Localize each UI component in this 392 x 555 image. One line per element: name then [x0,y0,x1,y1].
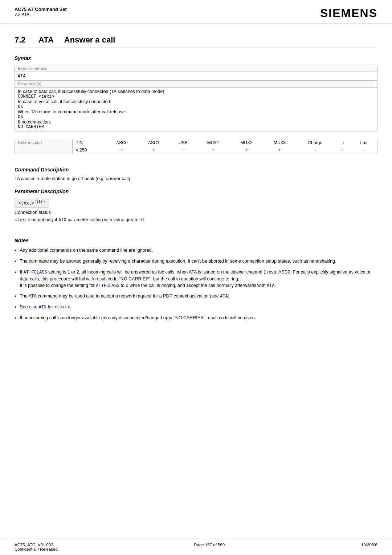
ref-val-last: - [352,146,377,154]
ref-val-mux2: + [230,146,263,154]
note-item-5: • See also ATX for <text>. [15,304,377,311]
exec-command-value-row: ATA [15,72,377,81]
doc-title: AC75 AT Command Set [15,7,67,12]
ref-header-charge: Charge [296,139,334,146]
ref-header-last: Last [352,139,377,146]
note-text-5: See also ATX for <text>. [20,304,377,311]
header-right: SIEMENS [320,7,377,20]
ref-header-asc1: ASC1 [138,139,170,146]
ref-header-row: PIN ASC0 ASC1 USB MUX1 MUX2 MUX3 Charge … [73,139,377,146]
footer-date: 10/30/06 [361,543,377,551]
bullet-5: • [15,304,16,311]
ref-val-arrow: - [334,146,352,154]
exec-command-value: ATA [15,72,377,81]
bullet-3: • [15,269,16,276]
note-item-3: • If AT+FCLASS setting is 1 or 2, all in… [15,269,377,289]
param-note-middle: output only if [30,217,58,222]
footer-doc-id: AC75_ATC_V01.002 [15,543,58,547]
ref-header-mux1: MUX1 [196,139,230,146]
command-description-title: Command Description [15,167,377,173]
responses-label: Response(s) [15,81,377,88]
syntax-title: Syntax [15,55,377,61]
section-number: 7.2 [15,35,26,44]
response-line-6: OK [18,114,374,119]
notes-list: • Any additional commands on the same co… [15,247,377,322]
exec-command-label: Exec Command [15,65,377,72]
param-note-prefix: <text> [15,218,30,223]
exec-command-row: Exec Command [15,65,377,72]
responses-label-row: Response(s) [15,81,377,88]
note-text-3: If AT+FCLASS setting is 1 or 2, all inco… [20,269,377,289]
note-item-2: • The command may be aborted generally b… [15,258,377,265]
reference-data: PIN ASC0 ASC1 USB MUX1 MUX2 MUX3 Charge … [73,139,377,154]
note-3-ata: ATA [267,283,275,288]
note-text-6: If an incoming call is no longer availab… [20,315,377,321]
note-text-4: The ATA command may be used also to acce… [20,293,377,300]
ref-header-mux2: MUX2 [230,139,263,146]
brand-name: SIEMENS [320,7,377,20]
page-content: 7.2 ATA Answer a call Syntax Exec Comman… [0,24,392,355]
note-5-text: <text> [54,305,70,310]
note-5-atx: ATX [39,305,47,310]
reference-label: Reference(s) [15,139,73,154]
note-3-atfclass-2: AT+FCLASS [96,283,119,288]
section-heading: 7.2 ATA Answer a call [15,35,377,48]
response-line-2: CONNECT <text> [18,94,374,99]
reference-row: Reference(s) PIN ASC0 ASC1 USB MUX1 MUX2… [15,139,377,154]
note-4-ata: ATA [220,294,228,299]
header-left: AC75 AT Command Set 7.2 ATA [15,7,67,17]
bullet-2: • [15,258,16,265]
ref-val-mux3: + [263,146,297,154]
bullet-6: • [15,315,16,322]
param-name: <text> [19,201,34,206]
ref-value-ref: V.250 [73,146,106,154]
page-footer: AC75_ATC_V01.002 Confidential / Released… [0,539,392,555]
doc-subtitle: 7.2 ATA [15,12,67,17]
footer-page: Page 157 of 569 [194,543,225,551]
response-line-5: When TA returns to command mode after ca… [18,109,374,114]
note-text-1: Any additional commands on the same comm… [20,247,377,254]
ref-val-asc1: + [138,146,170,154]
notes-title: Notes [15,238,377,243]
response-line-4: OK [18,104,374,109]
syntax-table: Exec Command ATA Response(s) In case of … [15,65,377,131]
note-3-atfclass-1: AT+FCLASS [24,270,47,275]
param-note: <text> output only if ATX parameter sett… [15,217,377,223]
response-line-1: In case of data call, if successfully co… [18,89,374,94]
response-line-7: If no connection: [18,119,374,125]
note-text-2: The command may be aborted generally by … [20,258,377,265]
ref-val-mux1: + [196,146,230,154]
note-item-1: • Any additional commands on the same co… [15,247,377,254]
command-description-text: TA causes remote station to go off-hook … [15,176,377,181]
footer-page-text: Page 157 of 569 [194,543,225,547]
param-note-atx: ATX [58,218,66,223]
ref-header-asc0: ASC0 [106,139,138,146]
page-header: AC75 AT Command Set 7.2 ATA SIEMENS [0,0,392,24]
bullet-4: • [15,293,16,300]
section-title: Answer a call [64,35,115,44]
footer-confidential: Confidential / Released [15,547,58,551]
ref-val-asc0: + [106,146,138,154]
ref-header-arrow: → [334,139,352,146]
footer-left: AC75_ATC_V01.002 Confidential / Released [15,543,58,551]
responses-content-row: In case of data call, if successfully co… [15,88,377,131]
ref-header-usb: USB [170,139,196,146]
bullet-1: • [15,247,16,254]
param-box: <text>(str) [15,198,49,208]
ref-header-pin: PIN [73,139,106,146]
response-line-3: In case of voice call, if successfully c… [18,99,374,104]
ref-value-row: V.250 + + + + + + - - - [73,146,377,154]
ref-table: PIN ASC0 ASC1 USB MUX1 MUX2 MUX3 Charge … [73,139,377,154]
section-command: ATA [38,35,53,44]
response-line-8: NO CARRIER [18,125,374,130]
ref-header-mux3: MUX3 [263,139,297,146]
param-note-suffix: parameter setting with value greater 0. [66,217,145,222]
ref-val-charge: - [296,146,334,154]
note-item-6: • If an incoming call is no longer avail… [15,315,377,322]
param-desc: Connection status [15,210,377,215]
parameter-description-title: Parameter Description [15,189,377,194]
param-superscript: (str) [34,200,45,204]
ref-val-usb: + [170,146,196,154]
responses-content: In case of data call, if successfully co… [15,88,377,131]
note-item-4: • The ATA command may be used also to ac… [15,293,377,300]
